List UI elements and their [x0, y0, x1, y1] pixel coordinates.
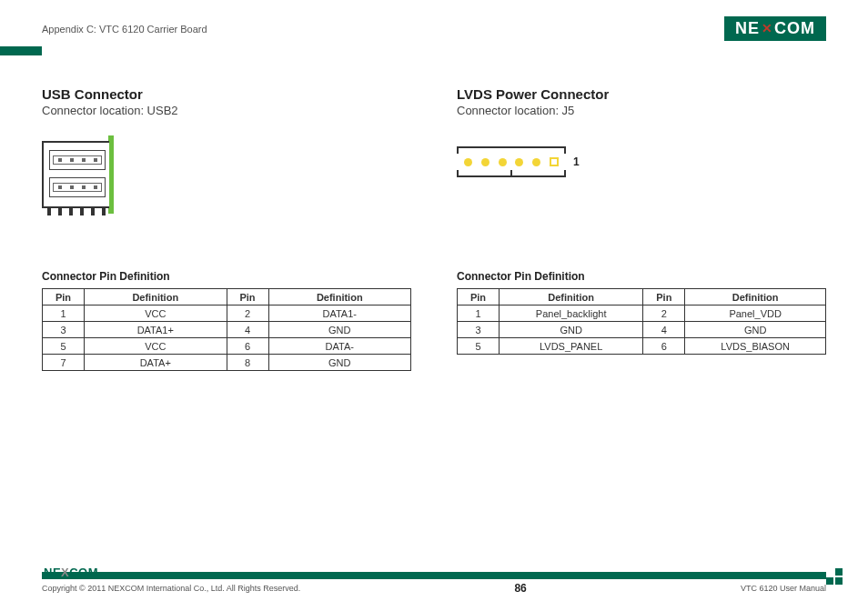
table-row: 1 Panel_backlight 2 Panel_VDD — [458, 306, 826, 322]
table-row: 3 DATA1+ 4 GND — [43, 322, 411, 338]
usb-title: USB Connector — [42, 86, 411, 102]
usb-diagram — [42, 141, 411, 223]
appendix-label: Appendix C: VTC 6120 Carrier Board — [42, 24, 207, 35]
table-row: 5 VCC 6 DATA- — [43, 338, 411, 355]
lvds-section: LVDS Power Connector Connector location:… — [457, 86, 826, 371]
lvds-table-title: Connector Pin Definition — [457, 270, 826, 283]
usb-subtitle: Connector location: USB2 — [42, 104, 411, 117]
usb-connector-icon — [42, 141, 109, 208]
lvds-pin-table: Pin Definition Pin Definition 1 Panel_ba… — [457, 288, 826, 355]
usb-section: USB Connector Connector location: USB2 C… — [42, 86, 411, 371]
brand-x-icon — [760, 19, 774, 38]
lvds-connector-icon — [457, 146, 566, 177]
accent-tab — [0, 46, 42, 55]
usb-table-title: Connector Pin Definition — [42, 270, 411, 283]
table-row: 1 VCC 2 DATA1- — [43, 306, 411, 322]
table-row: 3 GND 4 GND — [458, 322, 826, 338]
usb-pin-table: Pin Definition Pin Definition 1 VCC 2 DA… — [42, 288, 411, 371]
page-footer: NEXCOM Copyright © 2011 NEXCOM Internati… — [42, 572, 826, 595]
copyright-text: Copyright © 2011 NEXCOM International Co… — [42, 584, 300, 593]
footer-brand-logo: NEXCOM — [44, 566, 98, 579]
table-row: 7 DATA+ 8 GND — [43, 355, 411, 371]
lvds-title: LVDS Power Connector — [457, 86, 826, 102]
footer-squares-icon — [826, 568, 843, 585]
brand-logo: NE COM — [724, 16, 826, 41]
lvds-subtitle: Connector location: J5 — [457, 104, 826, 117]
page-header: Appendix C: VTC 6120 Carrier Board NE CO… — [42, 16, 826, 41]
page-number: 86 — [514, 582, 526, 595]
table-row: 5 LVDS_PANEL 6 LVDS_BIASON — [458, 338, 826, 355]
lvds-pin1-label: 1 — [573, 155, 580, 168]
manual-name: VTC 6120 User Manual — [741, 584, 826, 593]
lvds-diagram: 1 — [457, 141, 826, 223]
